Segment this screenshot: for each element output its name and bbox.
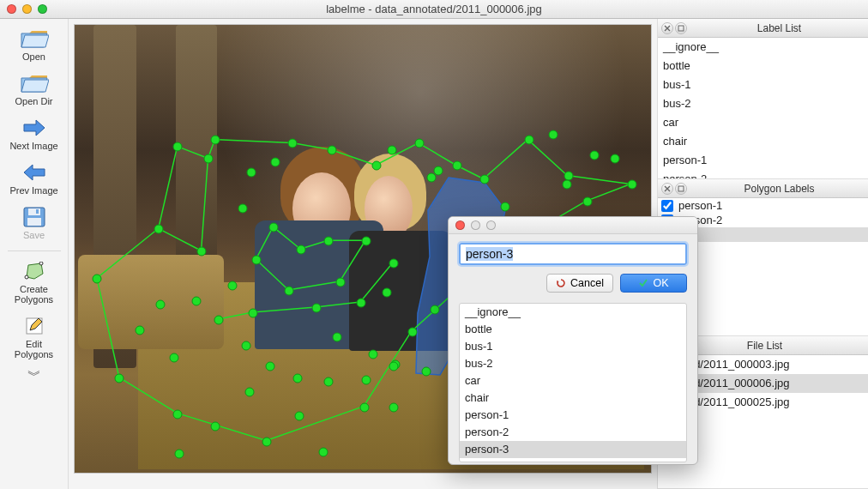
polygon-vertex[interactable] bbox=[583, 197, 593, 207]
polygon-vertex[interactable] bbox=[214, 316, 224, 325]
polygon-vertex[interactable] bbox=[372, 161, 382, 171]
list-item[interactable]: person-1 bbox=[658, 151, 868, 170]
polygon-vertex[interactable] bbox=[262, 438, 272, 447]
save-button[interactable]: Save bbox=[3, 202, 65, 245]
polygon-vertex[interactable] bbox=[611, 154, 620, 164]
list-item[interactable]: bottle bbox=[460, 321, 686, 338]
polygon-vertex[interactable] bbox=[170, 353, 179, 363]
polygon-vertex[interactable] bbox=[293, 374, 303, 383]
list-item[interactable]: person-2 bbox=[658, 170, 868, 178]
polygon-vertex[interactable] bbox=[245, 388, 255, 397]
polygon-vertex[interactable] bbox=[333, 333, 342, 342]
polygon-vertex[interactable] bbox=[192, 297, 202, 306]
list-item[interactable]: bus-2 bbox=[460, 355, 686, 372]
polygon-vertex[interactable] bbox=[324, 237, 334, 246]
polygon-vertex[interactable] bbox=[115, 374, 124, 383]
polygon-vertex[interactable] bbox=[408, 328, 418, 337]
polygon-vertex[interactable] bbox=[525, 136, 534, 145]
panel-undock-icon[interactable] bbox=[675, 183, 687, 195]
checkbox[interactable] bbox=[661, 200, 673, 212]
polygon-vertex[interactable] bbox=[211, 422, 220, 432]
polygon-vertex[interactable] bbox=[324, 377, 334, 387]
polygon-vertex[interactable] bbox=[628, 180, 637, 190]
list-item[interactable]: bus-1 bbox=[460, 338, 686, 355]
open-button[interactable]: Open bbox=[3, 24, 65, 67]
list-item[interactable]: person-2 bbox=[460, 424, 686, 441]
polygon-vertex[interactable] bbox=[389, 362, 399, 371]
panel-close-icon[interactable] bbox=[661, 22, 673, 34]
list-item[interactable]: __ignore__ bbox=[460, 304, 686, 321]
polygon-vertex[interactable] bbox=[431, 305, 440, 315]
edit-polygons-button[interactable]: Edit Polygons bbox=[3, 311, 65, 365]
cancel-button[interactable]: Cancel bbox=[546, 274, 613, 293]
list-item[interactable]: person-1 bbox=[460, 407, 686, 424]
polygon-vertex[interactable] bbox=[319, 448, 329, 457]
list-item[interactable]: chair bbox=[658, 132, 868, 151]
list-item[interactable]: __ignore__ bbox=[658, 38, 868, 57]
list-item[interactable]: bottle bbox=[658, 57, 868, 75]
polygon-vertex[interactable] bbox=[156, 300, 166, 310]
polygon-vertex[interactable] bbox=[249, 309, 258, 318]
polygon-vertex[interactable] bbox=[453, 161, 462, 171]
polygon-vertex[interactable] bbox=[266, 362, 275, 371]
polygon-vertex[interactable] bbox=[362, 376, 371, 385]
polygon-vertex[interactable] bbox=[336, 278, 346, 287]
polygon-vertex[interactable] bbox=[242, 341, 251, 351]
label-list[interactable]: __ignore__bottlebus-1bus-2carchairperson… bbox=[658, 38, 868, 178]
list-item[interactable]: bus-2 bbox=[658, 94, 868, 113]
polygon-vertex[interactable] bbox=[389, 403, 399, 413]
polygon-vertex[interactable] bbox=[369, 350, 378, 359]
polygon-vertex[interactable] bbox=[357, 299, 366, 308]
list-item[interactable]: car bbox=[460, 372, 686, 389]
polygon-vertex[interactable] bbox=[228, 281, 238, 291]
list-item[interactable]: chair bbox=[460, 389, 686, 407]
polygon-vertex[interactable] bbox=[427, 173, 437, 183]
list-item[interactable]: person-4 bbox=[460, 458, 686, 462]
ok-button[interactable]: OK bbox=[620, 274, 687, 293]
open-dir-button[interactable]: Open Dir bbox=[3, 69, 65, 112]
close-window-icon[interactable] bbox=[7, 4, 16, 14]
polygon-vertex[interactable] bbox=[271, 158, 280, 167]
dialog-titlebar[interactable] bbox=[449, 217, 697, 234]
polygon-vertex[interactable] bbox=[93, 275, 102, 284]
polygon-vertex[interactable] bbox=[383, 288, 392, 298]
polygon-vertex[interactable] bbox=[211, 136, 220, 145]
list-item[interactable]: person-3 bbox=[460, 441, 686, 458]
polygon-vertex[interactable] bbox=[501, 202, 510, 212]
polygon-vertex[interactable] bbox=[197, 247, 207, 257]
close-dialog-icon[interactable] bbox=[455, 220, 465, 230]
polygon-vertex[interactable] bbox=[154, 225, 164, 234]
polygon-vertex[interactable] bbox=[285, 287, 294, 296]
polygon-vertex[interactable] bbox=[389, 259, 399, 269]
next-image-button[interactable]: Next Image bbox=[3, 113, 65, 156]
polygon-vertex[interactable] bbox=[563, 180, 572, 190]
polygon-vertex[interactable] bbox=[252, 256, 262, 265]
polygon-vertex[interactable] bbox=[204, 154, 214, 164]
prev-image-button[interactable]: Prev Image bbox=[3, 158, 65, 201]
panel-close-icon[interactable] bbox=[661, 183, 673, 195]
polygon-vertex[interactable] bbox=[480, 175, 490, 184]
polygon-vertex[interactable] bbox=[247, 168, 256, 178]
polygon-vertex[interactable] bbox=[269, 223, 279, 232]
list-item[interactable]: bus-1 bbox=[658, 75, 868, 94]
panel-undock-icon[interactable] bbox=[675, 22, 687, 34]
label-input[interactable] bbox=[459, 243, 687, 265]
list-item[interactable]: person-1 bbox=[658, 198, 868, 213]
polygon-vertex[interactable] bbox=[549, 130, 558, 140]
polygon-vertex[interactable] bbox=[173, 410, 183, 420]
polygon-vertex[interactable] bbox=[136, 326, 145, 335]
polygon-vertex[interactable] bbox=[590, 151, 600, 160]
polygon-vertex[interactable] bbox=[173, 142, 183, 152]
polygon-vertex[interactable] bbox=[422, 367, 431, 377]
minimize-window-icon[interactable] bbox=[22, 4, 32, 14]
polygon-vertex[interactable] bbox=[312, 304, 322, 313]
polygon-vertex[interactable] bbox=[388, 146, 397, 155]
label-options-list[interactable]: __ignore__bottlebus-1bus-2carchairperson… bbox=[459, 303, 687, 462]
polygon-vertex[interactable] bbox=[362, 237, 371, 246]
maximize-window-icon[interactable] bbox=[38, 4, 47, 14]
list-item[interactable]: car bbox=[658, 113, 868, 132]
polygon-vertex[interactable] bbox=[297, 245, 306, 255]
polygon-vertex[interactable] bbox=[415, 139, 425, 148]
create-polygons-button[interactable]: Create Polygons bbox=[3, 257, 65, 310]
polygon-vertex[interactable] bbox=[295, 412, 304, 421]
